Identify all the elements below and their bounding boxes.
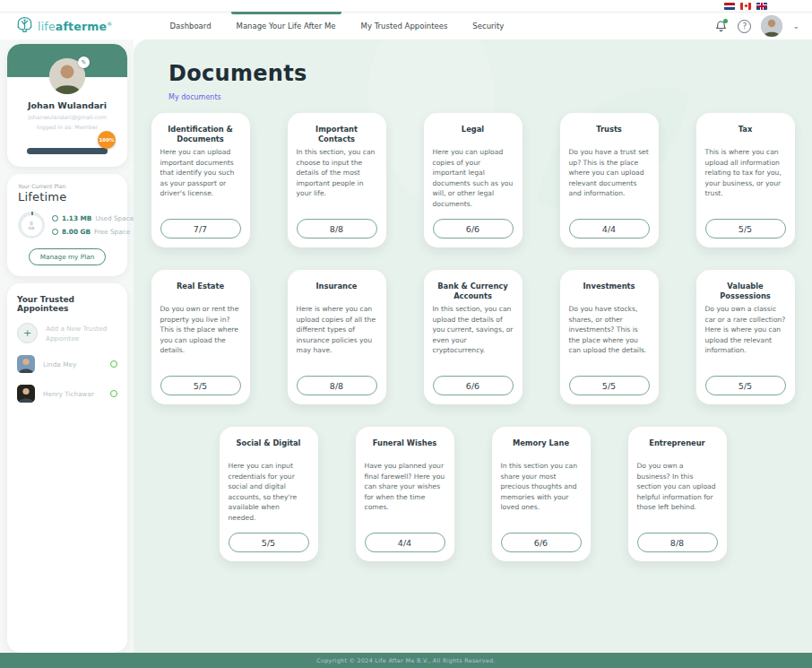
brand-logo[interactable]: lifeafterme® xyxy=(15,15,112,38)
profile-role: logged in as: Member xyxy=(7,124,127,130)
free-space-row: 8.00 GB Free Space xyxy=(52,228,134,236)
appointee-avatar xyxy=(17,385,35,403)
document-category-card[interactable]: Entrepreneur Do you own a business? In t… xyxy=(628,427,727,561)
card-title: Trusts xyxy=(569,125,650,147)
plan-name: Lifetime xyxy=(18,190,117,204)
card-count-pill: 5/5 xyxy=(229,533,309,552)
document-category-card[interactable]: Real Estate Do you own or rent the prope… xyxy=(151,270,250,404)
card-title: Valuable Possessions xyxy=(705,282,786,304)
card-description: In this section, you can choose to input… xyxy=(297,147,377,199)
document-category-card[interactable]: Bank & Currency Accounts In this section… xyxy=(424,270,523,404)
profile-card: ✎ Johan Wulandari johanwulandari@gmail.c… xyxy=(7,44,127,167)
page-title: Documents xyxy=(168,61,812,86)
content-area: ✎ Johan Wulandari johanwulandari@gmail.c… xyxy=(0,39,812,653)
manage-plan-button[interactable]: Manage my Plan xyxy=(29,248,107,265)
profile-progress-bar xyxy=(27,148,108,154)
card-description: Do you own or rent the property you live… xyxy=(160,304,241,356)
notifications-bell-icon[interactable] xyxy=(714,19,728,33)
used-space-row: 1.13 MB Used Space xyxy=(52,214,134,222)
document-category-card[interactable]: Investments Do you have stocks, shares, … xyxy=(560,270,659,404)
edit-profile-icon[interactable]: ✎ xyxy=(78,56,90,68)
language-flags-bar xyxy=(0,0,812,12)
card-count-pill: 5/5 xyxy=(705,219,786,239)
document-category-card[interactable]: Tax This is where you can upload all inf… xyxy=(696,113,795,247)
plan-section-label: Your Current Plan xyxy=(18,183,117,189)
completion-badge: 100% xyxy=(98,131,116,149)
card-description: Do you have a trust set up? This is the … xyxy=(569,147,650,199)
card-title: Social & Digital xyxy=(229,438,309,461)
brand-name: lifeafterme® xyxy=(38,20,112,33)
flag-netherlands-icon[interactable] xyxy=(724,3,735,10)
top-header: lifeafterme® Dashboard Manage Your Life … xyxy=(0,12,812,39)
flag-uk-icon[interactable] xyxy=(756,3,767,10)
card-count-pill: 6/6 xyxy=(501,533,582,552)
nav-tab[interactable]: My Trusted Appointees xyxy=(361,13,448,39)
document-category-card[interactable]: Memory Lane In this section you can shar… xyxy=(492,427,591,561)
flag-canada-icon[interactable] xyxy=(740,3,751,10)
card-count-pill: 8/8 xyxy=(297,376,377,395)
help-icon[interactable]: ? xyxy=(738,20,751,33)
status-ring-icon xyxy=(110,390,117,397)
storage-gauge: 8 GB xyxy=(18,212,45,239)
card-count-pill: 5/5 xyxy=(705,376,786,395)
card-title: Funeral Wishes xyxy=(365,438,445,461)
document-category-card[interactable]: Legal Here you can upload copies of your… xyxy=(424,113,523,247)
card-title: Entrepreneur xyxy=(637,438,718,461)
main-panel: Documents My documents Identification & … xyxy=(134,39,812,653)
profile-name: Johan Wulandari xyxy=(7,100,127,110)
document-category-card[interactable]: Important Contacts In this section, you … xyxy=(288,113,386,247)
page: lifeafterme® Dashboard Manage Your Life … xyxy=(0,0,812,668)
card-count-pill: 8/8 xyxy=(637,533,718,552)
card-count-pill: 8/8 xyxy=(297,219,377,239)
main-nav: Dashboard Manage Your Life After Me My T… xyxy=(169,13,504,39)
card-description: In this section, you can upload the deta… xyxy=(433,304,514,356)
card-description: Do you have stocks, shares, or other inv… xyxy=(569,304,650,356)
plan-card: Your Current Plan Lifetime 8 GB 1.13 MB xyxy=(7,174,127,276)
nav-tab[interactable]: Manage Your Life After Me xyxy=(237,13,336,39)
card-count-pill: 7/7 xyxy=(160,219,241,239)
used-space-dot-icon xyxy=(52,215,58,221)
appointees-title: Your Trusted Appointees xyxy=(17,295,117,313)
card-description: Here you can input credentials for your … xyxy=(229,461,309,523)
appointee-row[interactable]: Linda Mey xyxy=(17,355,117,373)
my-documents-link[interactable]: My documents xyxy=(168,93,221,101)
card-title: Identification & Documents xyxy=(160,125,241,147)
card-title: Memory Lane xyxy=(501,438,582,461)
plus-icon: + xyxy=(17,323,38,343)
document-category-card[interactable]: Funeral Wishes Have you planned your fin… xyxy=(356,427,454,561)
document-category-card[interactable]: Valuable Possessions Do you own a classi… xyxy=(696,270,795,404)
card-description: Do you own a business? In this section y… xyxy=(637,461,718,513)
free-space-dot-icon xyxy=(52,229,58,235)
card-title: Tax xyxy=(705,125,786,147)
appointee-avatar xyxy=(17,355,35,373)
add-appointee-button[interactable]: + Add a New Trusted Appointee xyxy=(17,323,117,343)
card-description: Here is where you can upload copies of a… xyxy=(297,304,377,356)
card-title: Insurance xyxy=(297,282,377,304)
chevron-down-icon[interactable]: ⌄ xyxy=(792,22,799,30)
card-title: Real Estate xyxy=(160,282,241,304)
tree-logo-icon xyxy=(15,15,34,38)
nav-tab[interactable]: Dashboard xyxy=(169,13,211,39)
user-avatar[interactable] xyxy=(761,15,782,37)
document-category-card[interactable]: Insurance Here is where you can upload c… xyxy=(288,270,386,404)
appointees-list: Linda Mey Henry Tichawar xyxy=(17,355,117,403)
card-title: Important Contacts xyxy=(297,125,377,147)
header-actions: ? ⌄ xyxy=(714,15,799,37)
card-title: Legal xyxy=(433,125,514,147)
appointee-name: Linda Mey xyxy=(43,360,102,369)
card-description: Do you own a classic car or a rare colle… xyxy=(705,304,786,356)
document-category-card[interactable]: Social & Digital Here you can input cred… xyxy=(220,427,318,561)
appointee-row[interactable]: Henry Tichawar xyxy=(17,385,117,403)
document-category-card[interactable]: Identification & Documents Here you can … xyxy=(151,113,250,247)
document-cards-grid: Identification & Documents Here you can … xyxy=(134,103,812,561)
card-description: Have you planned your final farewell? He… xyxy=(365,461,445,513)
card-description: Here you can upload copies of your impor… xyxy=(433,147,514,209)
card-description: Here you can upload important documents … xyxy=(160,147,241,199)
document-category-card[interactable]: Trusts Do you have a trust set up? This … xyxy=(560,113,659,247)
card-title: Bank & Currency Accounts xyxy=(433,282,514,304)
card-count-pill: 6/6 xyxy=(433,219,514,239)
nav-tab[interactable]: Security xyxy=(472,13,504,39)
profile-email: johanwulandari@gmail.com xyxy=(7,114,127,120)
status-ring-icon xyxy=(110,360,117,368)
card-title: Investments xyxy=(569,282,650,304)
